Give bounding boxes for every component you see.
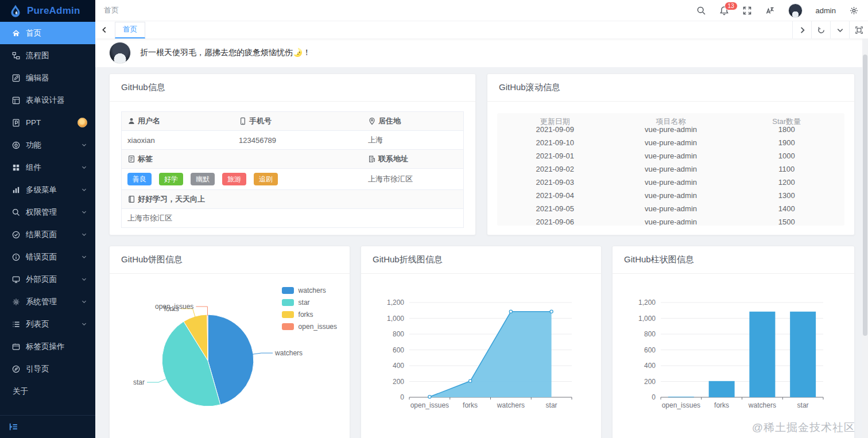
scroll-cell: vue-pure-admin bbox=[613, 215, 729, 226]
pie-label-line bbox=[147, 379, 167, 383]
legend-item-forks[interactable]: forks bbox=[282, 311, 337, 319]
refresh-button[interactable] bbox=[811, 21, 830, 38]
legend-label: forks bbox=[299, 311, 313, 319]
scroll-cell: vue-pure-admin bbox=[613, 176, 729, 189]
search-icon[interactable] bbox=[696, 6, 706, 15]
scroll-table-row: 2021-09-04vue-pure-admin1300 bbox=[497, 189, 844, 202]
sidebar-item-external-page[interactable]: 外部页面 bbox=[0, 268, 95, 290]
sidebar-item-result-page[interactable]: 结果页面 bbox=[0, 223, 95, 246]
scroll-cell: 1900 bbox=[728, 136, 844, 149]
y-tick-label: 400 bbox=[393, 362, 404, 370]
y-tick-label: 0 bbox=[652, 393, 656, 401]
sidebar-item-guide[interactable]: 引导页 bbox=[0, 358, 95, 380]
card-title: GitHub柱状图信息 bbox=[613, 246, 854, 274]
components-icon bbox=[11, 163, 21, 172]
tabs-scroll-right-button[interactable] bbox=[792, 21, 811, 38]
fullscreen-icon[interactable] bbox=[742, 6, 752, 15]
username[interactable]: admin bbox=[816, 6, 836, 15]
sidebar-item-label: 功能 bbox=[26, 140, 41, 150]
sidebar-item-components[interactable]: 组件 bbox=[0, 156, 95, 179]
chevron-right-icon bbox=[798, 26, 807, 34]
sidebar-item-about[interactable]: 关于 bbox=[0, 380, 95, 402]
github-info-table: 用户名 手机号 居住地 xiaoxian 123456789 上海 标签 联系地… bbox=[121, 111, 464, 228]
tag-幽默: 幽默 bbox=[191, 173, 215, 185]
content-fullscreen-button[interactable] bbox=[849, 21, 868, 38]
sidebar-item-flowchart[interactable]: 流程图 bbox=[0, 44, 95, 67]
legend-item-star[interactable]: star bbox=[282, 299, 337, 307]
sidebar-item-form-designer[interactable]: 表单设计器 bbox=[0, 89, 95, 111]
y-tick-label: 600 bbox=[393, 346, 404, 354]
chevron-down-icon bbox=[81, 231, 87, 238]
breadcrumb[interactable]: 首页 bbox=[104, 5, 119, 15]
y-tick-label: 1,000 bbox=[638, 315, 656, 323]
scroll-table-row: 2021-09-05vue-pure-admin1400 bbox=[497, 202, 844, 215]
sidebar-item-list-page[interactable]: 列表页 bbox=[0, 313, 95, 335]
sidebar-item-label: 系统管理 bbox=[26, 297, 57, 307]
scroll-cell: 1200 bbox=[728, 176, 844, 189]
y-tick-label: 1,200 bbox=[387, 299, 404, 307]
scroll-table-row: 2021-09-09vue-pure-admin1800 bbox=[497, 123, 844, 136]
github-info-card: GitHub信息 用户名 手机号 居住地 xiaoxian 123456789 … bbox=[109, 73, 476, 235]
github-scroll-card: GitHub滚动信息 更新日期项目名称Star数量 2021-09-09vue-… bbox=[487, 73, 855, 235]
page-scrollbar bbox=[862, 38, 868, 438]
sidebar-item-home[interactable]: 首页 bbox=[0, 22, 95, 44]
notification-bell[interactable]: 13 bbox=[719, 6, 729, 15]
scrollbar-thumb[interactable] bbox=[863, 55, 867, 336]
bar-chart: 02004006008001,0001,200open_issuesforksw… bbox=[613, 274, 854, 438]
y-tick-label: 200 bbox=[393, 378, 404, 386]
sidebar-item-tab-ops[interactable]: 标签页操作 bbox=[0, 335, 95, 358]
username-label: 用户名 bbox=[138, 116, 160, 126]
pie-label-star: star bbox=[133, 378, 145, 386]
tabs-scroll-left-button[interactable] bbox=[95, 26, 114, 34]
tags-view-bar: 首页 bbox=[95, 21, 868, 38]
legend-item-watchers[interactable]: watchers bbox=[282, 286, 337, 294]
sidebar-item-multilevel-menu[interactable]: 多级菜单 bbox=[0, 179, 95, 201]
user-avatar[interactable] bbox=[788, 3, 803, 18]
collapse-sidebar-icon[interactable] bbox=[9, 422, 18, 432]
data-point bbox=[428, 396, 431, 398]
legend-swatch bbox=[282, 311, 294, 318]
pie-legend: watchersstarforksopen_issues bbox=[282, 286, 337, 331]
sidebar-item-function[interactable]: 功能 bbox=[0, 134, 95, 156]
tabs-menu-button[interactable] bbox=[830, 21, 849, 38]
bar-star bbox=[790, 312, 816, 397]
permission-icon bbox=[11, 208, 21, 217]
logo[interactable]: PureAdmin bbox=[0, 0, 95, 22]
x-tick-label: forks bbox=[714, 401, 729, 409]
sidebar-item-permission[interactable]: 权限管理 bbox=[0, 201, 95, 223]
app-title: PureAdmin bbox=[27, 5, 80, 17]
sidebar-item-label: 编辑器 bbox=[26, 73, 49, 83]
x-tick-label: open_issues bbox=[410, 401, 449, 409]
main-content: GitHub信息 用户名 手机号 居住地 xiaoxian 123456789 … bbox=[95, 67, 868, 438]
logo-drop-icon bbox=[8, 3, 23, 18]
sidebar-item-ppt[interactable]: PPT bbox=[0, 111, 95, 134]
contact-label: 联系地址 bbox=[378, 154, 408, 164]
translate-icon[interactable] bbox=[765, 6, 775, 15]
y-tick-label: 800 bbox=[393, 330, 404, 338]
legend-swatch bbox=[282, 287, 294, 294]
sidebar-item-label: 标签页操作 bbox=[26, 342, 65, 352]
scroll-cell: vue-pure-admin bbox=[613, 149, 729, 162]
sidebar-item-label: 首页 bbox=[26, 28, 41, 38]
scroll-cell: 2021-09-02 bbox=[497, 162, 613, 176]
sidebar-item-system[interactable]: 系统管理 bbox=[0, 290, 95, 313]
data-point bbox=[469, 379, 472, 382]
username-value: xiaoxian bbox=[122, 131, 233, 149]
y-tick-label: 1,000 bbox=[387, 315, 404, 323]
legend-item-open_issues[interactable]: open_issues bbox=[282, 323, 337, 331]
sidebar-item-label: 外部页面 bbox=[26, 274, 57, 285]
chevron-down-icon bbox=[836, 26, 844, 34]
notification-badge: 13 bbox=[724, 2, 738, 10]
sidebar-item-editor[interactable]: 编辑器 bbox=[0, 67, 95, 89]
sidebar-item-error-page[interactable]: 错误页面 bbox=[0, 246, 95, 268]
github-pie-card: GitHub饼图信息 watchersstarforksopen_issues … bbox=[109, 246, 350, 438]
scroll-table-body: 2021-09-09vue-pure-admin18002021-09-10vu… bbox=[497, 123, 844, 226]
address-value: 上海市徐汇区 bbox=[122, 209, 463, 227]
y-tick-label: 0 bbox=[400, 393, 404, 401]
scroll-cell: vue-pure-admin bbox=[613, 136, 729, 149]
tab-home[interactable]: 首页 bbox=[115, 22, 145, 38]
settings-gear-icon[interactable] bbox=[849, 6, 859, 15]
scroll-table: 更新日期项目名称Star数量 2021-09-09vue-pure-admin1… bbox=[497, 113, 844, 226]
y-tick-label: 600 bbox=[644, 346, 656, 354]
scroll-cell: 2021-09-03 bbox=[497, 176, 613, 189]
